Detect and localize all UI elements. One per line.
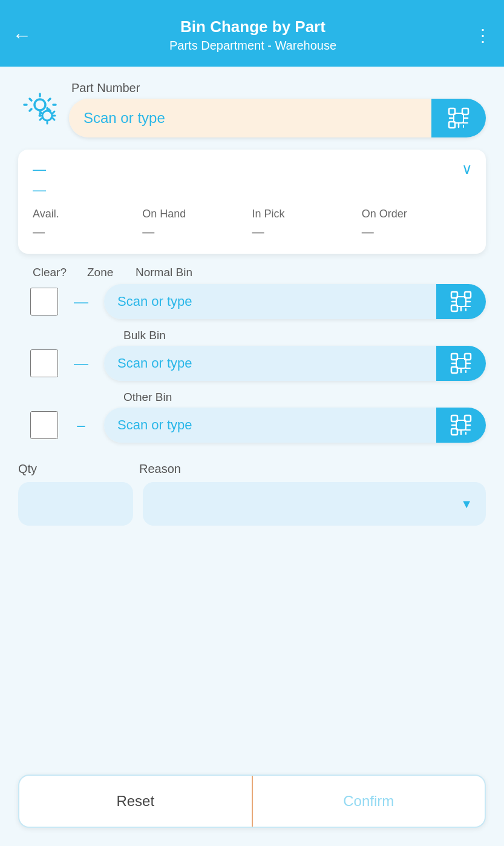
other-bin-scan-button[interactable] — [436, 408, 486, 443]
other-bin-label: Other Bin — [123, 391, 486, 404]
header-subtitle: Parts Department - Warehouse — [31, 39, 474, 53]
stat-on-order: On Order — — [362, 208, 471, 239]
scan-icon — [450, 290, 473, 313]
reason-dropdown[interactable]: ▼ — [143, 482, 486, 526]
qty-reason-section: Qty Reason ▼ — [18, 462, 486, 526]
normal-bin-input[interactable] — [104, 284, 436, 319]
bin-section: Clear? Zone Normal Bin — — [18, 266, 486, 445]
header-title: Bin Change by Part — [31, 18, 474, 36]
more-options-button[interactable]: ⋮ — [474, 25, 492, 45]
qty-label: Qty — [18, 462, 139, 476]
bin-header-zone: Zone — [87, 266, 136, 279]
qty-reason-header: Qty Reason — [18, 462, 486, 476]
stat-on-order-value: — — [362, 225, 471, 239]
bin-header-clear: Clear? — [33, 266, 87, 279]
normal-bin-scan-row — [104, 284, 486, 319]
bulk-bin-zone: — — [63, 355, 99, 372]
info-card-chevron-icon[interactable]: ∨ — [462, 160, 473, 177]
normal-bin-row: — — [18, 284, 486, 319]
svg-point-1 — [42, 111, 52, 121]
main-content: Part Number — [0, 67, 504, 775]
bulk-bin-scan-row — [104, 346, 486, 381]
stat-on-hand-value: — — [142, 225, 252, 239]
header-title-block: Bin Change by Part Parts Department - Wa… — [31, 18, 474, 53]
bulk-bin-clear-checkbox[interactable] — [30, 349, 58, 377]
bulk-bin-label: Bulk Bin — [123, 329, 486, 342]
app-header: ← Bin Change by Part Parts Department - … — [0, 0, 504, 67]
confirm-button[interactable]: Confirm — [253, 776, 485, 827]
stat-avail-label: Avail. — [33, 208, 142, 220]
other-bin-zone: – — [63, 417, 99, 434]
bulk-bin-scan-button[interactable] — [436, 346, 486, 381]
stat-avail-value: — — [33, 225, 142, 239]
back-button[interactable]: ← — [12, 25, 31, 45]
normal-bin-zone: — — [63, 293, 99, 310]
info-line-2: — — [33, 182, 471, 198]
bin-header-normal: Normal Bin — [136, 266, 483, 279]
reset-button[interactable]: Reset — [19, 776, 253, 827]
stat-on-hand: On Hand — — [142, 208, 252, 239]
other-bin-scan-row — [104, 408, 486, 443]
info-card: ∨ — — Avail. — On Hand — In Pick — On Or… — [18, 150, 486, 254]
part-number-input[interactable] — [69, 99, 431, 137]
info-stats-row: Avail. — On Hand — In Pick — On Order — — [33, 208, 471, 239]
footer-buttons: Reset Confirm — [18, 775, 486, 828]
part-number-section: Part Number — [18, 81, 486, 137]
scan-icon — [450, 414, 473, 437]
stat-avail: Avail. — — [33, 208, 142, 239]
reason-chevron-icon: ▼ — [460, 497, 473, 511]
stat-in-pick-label: In Pick — [252, 208, 362, 220]
stat-on-order-label: On Order — [362, 208, 471, 220]
bin-header-row: Clear? Zone Normal Bin — [18, 266, 486, 279]
normal-bin-scan-button[interactable] — [436, 284, 486, 319]
part-number-input-row — [69, 99, 486, 137]
info-line-1: — — [33, 162, 471, 177]
other-bin-row: – — [18, 408, 486, 443]
part-number-field-wrapper: Part Number — [69, 81, 486, 137]
part-number-label: Part Number — [69, 81, 486, 95]
stat-in-pick-value: — — [252, 225, 362, 239]
settings-icon — [18, 88, 59, 131]
svg-point-0 — [34, 99, 45, 110]
qty-input[interactable] — [18, 482, 133, 526]
other-bin-input[interactable] — [104, 408, 436, 443]
scan-icon — [447, 107, 470, 130]
bulk-bin-row: — — [18, 346, 486, 381]
part-number-scan-button[interactable] — [431, 99, 486, 137]
reason-label: Reason — [139, 462, 486, 476]
stat-on-hand-label: On Hand — [142, 208, 252, 220]
bulk-bin-input[interactable] — [104, 346, 436, 381]
stat-in-pick: In Pick — — [252, 208, 362, 239]
scan-icon — [450, 352, 473, 375]
qty-reason-inputs: ▼ — [18, 482, 486, 526]
other-bin-clear-checkbox[interactable] — [30, 411, 58, 439]
normal-bin-clear-checkbox[interactable] — [30, 288, 58, 316]
